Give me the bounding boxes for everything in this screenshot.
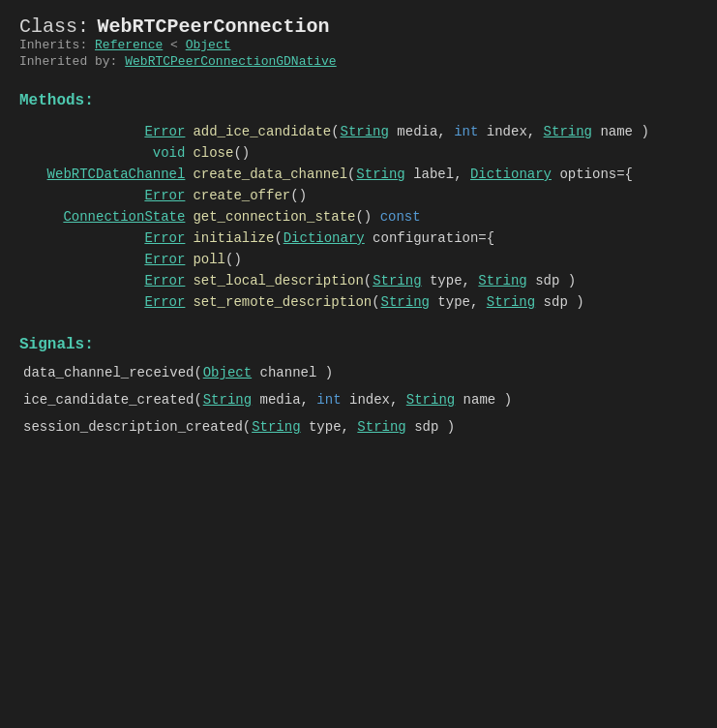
signal-name: session_description_created xyxy=(23,419,243,435)
signal-paren: ( xyxy=(194,365,202,380)
signal-params2: index, xyxy=(342,392,406,408)
string-type-link[interactable]: String xyxy=(341,124,389,139)
method-params: ( xyxy=(364,273,373,288)
const-keyword: const xyxy=(380,209,421,225)
methods-table: Error add_ice_candidate( String media, i… xyxy=(19,121,698,313)
return-type-void: void xyxy=(153,145,186,161)
object-type-link[interactable]: Object xyxy=(203,365,252,380)
table-row: void close() xyxy=(19,142,698,164)
signal-params2: sdp ) xyxy=(406,419,455,435)
signal-session-description-created: session_description_created( String type… xyxy=(19,419,698,435)
string-type-link10[interactable]: String xyxy=(252,419,300,435)
dictionary-type-link[interactable]: Dictionary xyxy=(470,167,552,182)
inherited-by-label: Inherited by: xyxy=(19,54,117,69)
string-type-link2[interactable]: String xyxy=(544,124,592,139)
method-get-connection-state[interactable]: get_connection_state xyxy=(193,209,355,225)
table-row: Error poll() xyxy=(19,249,698,270)
method-params: () xyxy=(355,209,379,225)
signal-params3: name ) xyxy=(455,392,512,408)
method-params: type, xyxy=(422,273,479,288)
inherited-by-link[interactable]: WebRTCPeerConnectionGDNative xyxy=(125,54,336,69)
string-type-link3[interactable]: String xyxy=(356,167,404,182)
return-type-error-1[interactable]: Error xyxy=(144,124,185,139)
class-title-line: Class: WebRTCPeerConnection xyxy=(19,15,698,38)
table-row: Error create_offer() xyxy=(19,185,698,206)
int-keyword: int xyxy=(454,124,478,139)
method-params: () xyxy=(233,145,250,161)
return-type-error-2[interactable]: Error xyxy=(144,188,185,203)
method-create-offer[interactable]: create_offer xyxy=(193,188,290,203)
method-params: sdp ) xyxy=(535,294,583,310)
method-initialize[interactable]: initialize xyxy=(193,230,274,246)
return-type-webrtcdatachannel[interactable]: WebRTCDataChannel xyxy=(47,167,186,182)
reference-link[interactable]: Reference xyxy=(95,38,163,52)
method-params: () xyxy=(290,188,307,203)
inherits-label: Inherits: xyxy=(19,38,87,52)
method-params: name ) xyxy=(592,124,649,139)
table-row: Error add_ice_candidate( String media, i… xyxy=(19,121,698,142)
object-link[interactable]: Object xyxy=(186,38,231,52)
signal-params: type, xyxy=(301,419,358,435)
method-set-local-description[interactable]: set_local_description xyxy=(193,273,363,288)
signal-paren: ( xyxy=(194,392,202,408)
method-params: configuration={ xyxy=(365,230,494,246)
method-params: sdp ) xyxy=(527,273,576,288)
string-type-link8[interactable]: String xyxy=(203,392,252,408)
return-type-connectionstate[interactable]: ConnectionState xyxy=(63,209,185,225)
method-params: index, xyxy=(478,124,543,139)
return-type-error-4[interactable]: Error xyxy=(144,252,185,267)
return-type-error-5[interactable]: Error xyxy=(144,273,185,288)
signal-name: data_channel_received xyxy=(23,365,194,380)
inherits-line: Inherits: Reference < Object xyxy=(19,38,698,52)
signal-name: ice_candidate_created xyxy=(23,392,194,408)
string-type-link5[interactable]: String xyxy=(478,273,526,288)
inherits-sep: < xyxy=(170,38,186,52)
method-params: ( xyxy=(331,124,340,139)
table-row: ConnectionState get_connection_state() c… xyxy=(19,206,698,228)
signals-section: Signals: data_channel_received( Object c… xyxy=(19,336,698,435)
method-params: media, xyxy=(389,124,454,139)
method-close[interactable]: close xyxy=(193,145,233,161)
method-params: () xyxy=(225,252,242,267)
table-row: Error set_local_description( String type… xyxy=(19,270,698,291)
method-params: ( xyxy=(372,294,380,310)
method-params: type, xyxy=(430,294,487,310)
dictionary-type-link2[interactable]: Dictionary xyxy=(284,230,365,246)
signals-section-title: Signals: xyxy=(19,336,698,353)
signal-ice-candidate-created: ice_candidate_created( String media, int… xyxy=(19,392,698,408)
inherited-by-line: Inherited by: WebRTCPeerConnectionGDNati… xyxy=(19,54,698,69)
method-params: ( xyxy=(274,230,283,246)
method-add-ice-candidate[interactable]: add_ice_candidate xyxy=(193,124,331,139)
class-name-text: WebRTCPeerConnection xyxy=(97,15,329,38)
method-poll[interactable]: poll xyxy=(193,252,225,267)
class-header: Class: WebRTCPeerConnection Inherits: Re… xyxy=(19,15,698,69)
table-row: Error set_remote_description( String typ… xyxy=(19,291,698,313)
method-params: ( xyxy=(347,167,356,182)
methods-section-title: Methods: xyxy=(19,92,698,109)
method-create-data-channel[interactable]: create_data_channel xyxy=(193,167,347,182)
int-keyword2: int xyxy=(316,392,341,408)
method-params: options={ xyxy=(552,167,633,182)
class-label: Class: xyxy=(19,15,89,38)
string-type-link11[interactable]: String xyxy=(357,419,405,435)
signal-paren: ( xyxy=(243,419,252,435)
method-params: label, xyxy=(405,167,470,182)
method-set-remote-description[interactable]: set_remote_description xyxy=(193,294,372,310)
string-type-link7[interactable]: String xyxy=(487,294,535,310)
return-type-error-6[interactable]: Error xyxy=(144,294,185,310)
signal-data-channel-received: data_channel_received( Object channel ) xyxy=(19,365,698,380)
table-row: Error initialize( Dictionary configurati… xyxy=(19,228,698,249)
string-type-link4[interactable]: String xyxy=(373,273,421,288)
string-type-link9[interactable]: String xyxy=(406,392,455,408)
string-type-link6[interactable]: String xyxy=(381,294,430,310)
signal-params: media, xyxy=(252,392,316,408)
signal-params: channel ) xyxy=(252,365,333,380)
table-row: WebRTCDataChannel create_data_channel( S… xyxy=(19,164,698,185)
return-type-error-3[interactable]: Error xyxy=(144,230,185,246)
